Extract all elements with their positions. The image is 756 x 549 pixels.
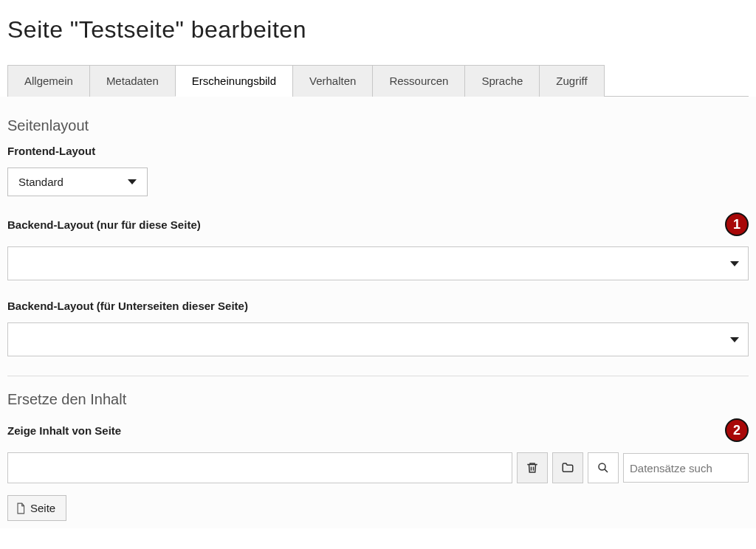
tab-metadaten[interactable]: Metadaten	[89, 65, 176, 97]
label-backend-layout-this: Backend-Layout (nur für diese Seite)	[7, 218, 201, 231]
trash-icon	[526, 461, 539, 474]
folder-icon	[561, 461, 574, 474]
page-type-button[interactable]: Seite	[7, 495, 66, 521]
browse-button[interactable]	[552, 452, 583, 483]
tab-verhalten[interactable]: Verhalten	[292, 65, 373, 97]
page-type-label: Seite	[30, 502, 55, 514]
chevron-down-icon	[730, 261, 739, 266]
tab-sprache[interactable]: Sprache	[464, 65, 540, 97]
page-title: Seite "Testseite" bearbeiten	[0, 0, 756, 49]
section-heading-layout: Seitenlayout	[7, 117, 749, 134]
tab-zugriff[interactable]: Zugriff	[539, 65, 604, 97]
label-show-content-from: Zeige Inhalt von Seite	[7, 424, 121, 437]
frontend-layout-value: Standard	[18, 176, 63, 188]
chevron-down-icon	[128, 179, 137, 184]
chevron-down-icon	[730, 337, 739, 342]
label-frontend-layout: Frontend-Layout	[7, 145, 749, 157]
tab-allgemein[interactable]: Allgemein	[7, 65, 90, 97]
records-search-input[interactable]	[623, 453, 749, 483]
tab-erscheinungsbild[interactable]: Erscheinungsbild	[175, 65, 293, 97]
backend-layout-this-select[interactable]	[7, 246, 749, 280]
section-heading-replace: Ersetze den Inhalt	[7, 391, 749, 408]
page-icon	[16, 503, 26, 514]
label-backend-layout-sub: Backend-Layout (für Unterseiten dieser S…	[7, 300, 749, 312]
backend-layout-sub-select[interactable]	[7, 322, 749, 356]
tab-bar: Allgemein Metadaten Erscheinungsbild Ver…	[7, 64, 749, 97]
callout-badge-2: 2	[725, 418, 749, 442]
divider	[7, 376, 749, 376]
content-from-page-field[interactable]	[7, 452, 512, 483]
svg-point-2	[599, 463, 605, 470]
search-button[interactable]	[588, 452, 619, 483]
callout-badge-1: 1	[725, 213, 749, 236]
tab-ressourcen[interactable]: Ressourcen	[372, 65, 465, 97]
svg-line-3	[605, 469, 608, 472]
frontend-layout-select[interactable]: Standard	[7, 168, 148, 196]
delete-button[interactable]	[517, 452, 548, 483]
search-icon	[597, 461, 610, 474]
